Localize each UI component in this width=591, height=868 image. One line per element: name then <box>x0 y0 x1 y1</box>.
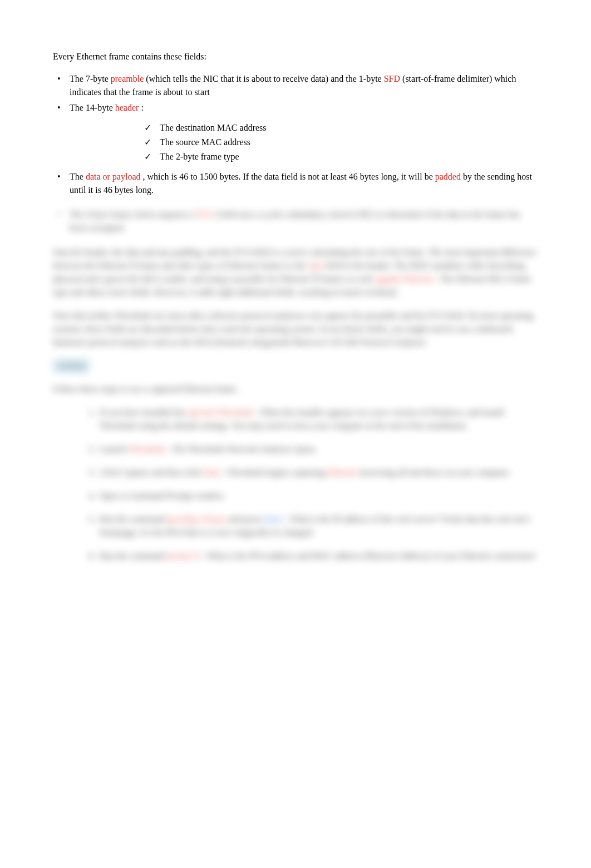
text: . What is the IPv4 address and MAC addre… <box>202 551 536 561</box>
blurred-list: The 4-byte frame check sequence ( FCS ) … <box>53 208 538 235</box>
activity-steps: If you have installed the apt-fast Wires… <box>53 406 538 563</box>
text: and press <box>228 514 264 524</box>
activity-intro: Follow these steps to see a captured Eth… <box>53 383 538 396</box>
text: Run the command <box>100 514 167 524</box>
term: Start <box>204 468 220 477</box>
term: apt-fast Wireshark <box>188 408 254 417</box>
term-padded: padded <box>435 172 461 181</box>
sublist-item: The destination MAC address <box>142 121 538 135</box>
text: Run the command <box>100 551 167 561</box>
term: Ethernet <box>327 468 357 477</box>
text: . Wireshark begins capturing <box>223 468 327 477</box>
term-payload: data or payload <box>86 172 141 181</box>
paragraph-wireshark-note: Note that neither Wireshark nor most oth… <box>53 309 538 349</box>
step-cmd: Open a Command Prompt window. <box>97 489 538 503</box>
term: ipconfig /release <box>167 514 226 524</box>
list-item-preamble: The 7-byte preamble (which tells the NIC… <box>53 72 538 99</box>
step-netstat: Run the command netstat /b . What is the… <box>97 549 538 563</box>
step-launch: Launch Wireshark . The Wireshark Network… <box>97 443 538 456</box>
term-type: type <box>308 261 323 270</box>
text: The 14-byte <box>70 103 115 112</box>
term-header: header <box>115 103 139 112</box>
term: netstat /b <box>167 551 199 561</box>
header-sublist: The destination MAC address The source M… <box>70 121 538 163</box>
term: Wireshark <box>129 444 165 454</box>
activity-heading: Activity <box>53 359 538 373</box>
ethernet-fields-list: The 7-byte preamble (which tells the NIC… <box>53 72 538 197</box>
text: , which is 46 to 1500 bytes. If the data… <box>143 172 435 181</box>
step-capture: Click Capture and then click Start . Wir… <box>97 466 538 479</box>
intro-text: Every Ethernet frame contains these fiel… <box>53 50 538 63</box>
blurred-content: The 4-byte frame check sequence ( FCS ) … <box>53 208 538 563</box>
text: Click Capture and then click <box>100 468 204 477</box>
text: If you have installed the <box>100 408 188 417</box>
activity-label: Activity <box>53 359 90 373</box>
list-item-header: The 14-byte header : The destination MAC… <box>53 101 538 163</box>
sublist-item: The source MAC address <box>142 136 538 149</box>
step-install: If you have installed the apt-fast Wires… <box>97 406 538 433</box>
text: Launch <box>100 444 129 454</box>
term: Enter <box>264 514 283 524</box>
text: traversing all interfaces on your comput… <box>359 468 510 477</box>
list-item-payload: The data or payload , which is 46 to 150… <box>53 170 538 197</box>
term-fcs: FCS <box>196 210 212 219</box>
term-sfd: SFD <box>384 74 400 83</box>
text: (which tells the NIC that it is about to… <box>146 74 383 83</box>
term-gigabit: gigabit Ethernet <box>376 274 434 284</box>
text: The 4-byte frame check sequence ( <box>70 210 196 219</box>
sublist-item: The 2-byte frame type <box>142 150 538 163</box>
paragraph-frame-size: Sum the header, the data and any padding… <box>53 246 538 299</box>
text: : <box>141 103 143 112</box>
term-preamble: preamble <box>111 74 144 83</box>
text: . The Wireshark Network Analyzer opens. <box>168 444 317 454</box>
text: The 7-byte <box>70 74 111 83</box>
list-item-fcs: The 4-byte frame check sequence ( FCS ) … <box>53 208 538 235</box>
text: The <box>70 172 86 181</box>
step-ipconfig: Run the command ipconfig /release and pr… <box>97 513 538 539</box>
